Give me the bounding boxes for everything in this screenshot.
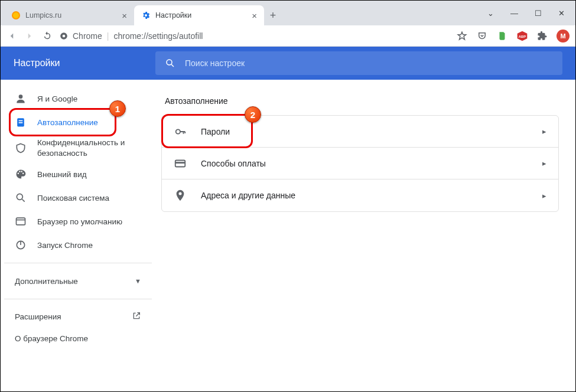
sidebar-item-label: Внешний вид <box>37 170 87 179</box>
svg-point-18 <box>176 129 180 133</box>
close-tab-icon[interactable]: × <box>252 11 257 21</box>
svg-point-12 <box>17 194 22 200</box>
row-label: Адреса и другие данные <box>201 191 542 200</box>
chevron-right-icon: ▸ <box>542 127 546 136</box>
card-icon <box>174 157 187 170</box>
row-label: Пароли <box>201 127 542 136</box>
svg-point-3 <box>63 34 66 37</box>
row-passwords[interactable]: Пароли ▸ <box>162 116 558 148</box>
chrome-secure-icon <box>60 32 68 40</box>
extensions-icon[interactable] <box>536 30 548 42</box>
svg-rect-10 <box>19 120 23 122</box>
sidebar-item-you-and-google[interactable]: Я и Google <box>4 87 152 110</box>
window-controls: ⌄ — ☐ ✕ <box>477 1 575 25</box>
settings-sidebar: Я и Google Автозаполнение 1 Конфиденциал… <box>1 80 155 392</box>
search-icon <box>15 192 27 204</box>
window-titlebar: Lumpics.ru × Настройки × + ⌄ — ☐ ✕ <box>1 1 575 25</box>
settings-title: Настройки <box>1 58 155 68</box>
address-bar[interactable]: Chrome | chrome://settings/autofill <box>60 31 449 41</box>
gear-favicon-icon <box>141 11 151 20</box>
chevron-right-icon: ▸ <box>542 159 546 168</box>
sidebar-item-label: Автозаполнение <box>37 118 98 127</box>
settings-main: Автозаполнение Пароли ▸ Способы оплаты ▸… <box>155 80 575 392</box>
new-tab-button[interactable]: + <box>264 5 282 25</box>
callout-number: 2 <box>250 110 255 120</box>
sidebar-item-label: Запуск Chrome <box>37 241 93 250</box>
settings-header: Настройки <box>1 47 575 80</box>
callout-badge-2: 2 <box>245 106 261 123</box>
power-icon <box>15 239 27 251</box>
key-icon <box>174 125 187 138</box>
abp-icon[interactable]: ABP <box>516 30 528 42</box>
back-icon[interactable] <box>6 31 17 41</box>
row-addresses[interactable]: Адреса и другие данные ▸ <box>162 179 558 211</box>
person-icon <box>15 93 27 104</box>
callout-number: 1 <box>115 104 120 114</box>
row-label: Способы оплаты <box>201 159 542 168</box>
sidebar-item-extensions[interactable]: Расширения <box>4 305 152 328</box>
profile-initial: M <box>560 32 565 40</box>
sidebar-item-autofill[interactable]: Автозаполнение <box>4 110 152 134</box>
sidebar-item-default-browser[interactable]: Браузер по умолчанию <box>4 210 152 233</box>
browser-icon <box>15 215 27 227</box>
tab-title: Настройки <box>155 11 191 19</box>
chevron-down-icon[interactable]: ⌄ <box>487 9 494 18</box>
section-title: Автозаполнение <box>165 96 559 106</box>
orange-favicon-icon <box>11 11 21 20</box>
search-icon <box>165 58 175 68</box>
sidebar-item-label: Браузер по умолчанию <box>37 217 122 226</box>
star-icon[interactable] <box>456 30 468 42</box>
chevron-right-icon: ▸ <box>542 191 546 200</box>
pocket-icon[interactable] <box>476 30 488 42</box>
callout-badge-1: 1 <box>109 100 126 117</box>
svg-point-1 <box>13 12 19 18</box>
omnibox-site: Chrome <box>73 31 102 41</box>
sidebar-item-label: Поисковая система <box>37 194 109 202</box>
maximize-icon[interactable]: ☐ <box>535 9 542 18</box>
close-tab-icon[interactable]: × <box>122 11 127 21</box>
svg-point-6 <box>167 60 172 65</box>
svg-point-8 <box>19 94 23 99</box>
sidebar-item-about[interactable]: О браузере Chrome <box>4 328 152 349</box>
svg-rect-23 <box>175 162 186 164</box>
settings-search[interactable] <box>155 51 562 75</box>
svg-line-13 <box>22 200 25 202</box>
sidebar-item-label: Я и Google <box>37 94 77 103</box>
svg-line-7 <box>171 64 174 67</box>
sidebar-item-search-engine[interactable]: Поисковая система <box>4 186 152 210</box>
evernote-icon[interactable] <box>496 30 508 42</box>
palette-icon <box>15 168 27 180</box>
autofill-card: Пароли ▸ Способы оплаты ▸ Адреса и други… <box>161 115 559 212</box>
browser-tab-0[interactable]: Lumpics.ru × <box>4 5 134 25</box>
profile-avatar[interactable]: M <box>557 30 570 43</box>
browser-tabs: Lumpics.ru × Настройки × + <box>1 1 282 25</box>
browser-toolbar: Chrome | chrome://settings/autofill ABP … <box>1 25 575 47</box>
close-window-icon[interactable]: ✕ <box>558 9 565 18</box>
location-icon <box>174 189 187 202</box>
divider <box>4 299 152 299</box>
sidebar-item-label: Расширения <box>15 312 61 321</box>
search-input[interactable] <box>185 58 553 68</box>
sidebar-item-appearance[interactable]: Внешний вид <box>4 162 152 186</box>
sidebar-item-on-startup[interactable]: Запуск Chrome <box>4 233 152 257</box>
shield-icon <box>15 142 27 154</box>
sidebar-item-label: Конфиденциальность и безопасность <box>37 138 141 158</box>
omnibox-separator: | <box>107 31 109 41</box>
sidebar-item-label: Дополнительные <box>15 277 78 286</box>
tab-title: Lumpics.ru <box>25 11 61 19</box>
browser-tab-1[interactable]: Настройки × <box>134 5 264 25</box>
settings-content: Я и Google Автозаполнение 1 Конфиденциал… <box>1 80 575 392</box>
assignment-icon <box>15 116 27 128</box>
omnibox-url: chrome://settings/autofill <box>113 31 203 41</box>
forward-icon[interactable] <box>24 31 35 41</box>
sidebar-item-advanced[interactable]: Дополнительные ▼ <box>4 269 152 293</box>
chevron-down-icon: ▼ <box>135 277 141 285</box>
minimize-icon[interactable]: — <box>510 9 518 18</box>
sidebar-item-privacy[interactable]: Конфиденциальность и безопасность <box>4 134 152 162</box>
sidebar-item-label: О браузере Chrome <box>15 334 88 343</box>
open-external-icon <box>132 311 141 322</box>
svg-rect-14 <box>17 218 25 225</box>
svg-text:ABP: ABP <box>519 34 526 38</box>
row-payment[interactable]: Способы оплаты ▸ <box>162 148 558 179</box>
reload-icon[interactable] <box>42 31 53 41</box>
